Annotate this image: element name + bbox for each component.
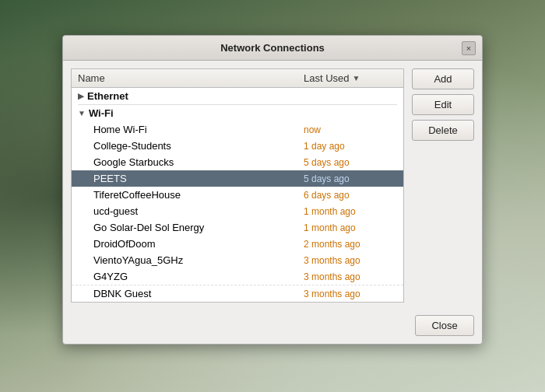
dialog-footer: Close xyxy=(63,310,482,344)
ethernet-label: Ethernet xyxy=(87,90,128,102)
edit-button[interactable]: Edit xyxy=(412,94,474,115)
title-bar: Network Connections × xyxy=(63,36,482,61)
dialog-title: Network Connections xyxy=(220,42,325,54)
wifi-item-college-students[interactable]: College-Students 1 day ago xyxy=(72,138,403,154)
wifi-label: Wi-Fi xyxy=(89,107,114,119)
connections-table: Name Last Used ▼ ▶ Ethernet xyxy=(71,68,404,303)
table-header: Name Last Used ▼ xyxy=(72,69,403,88)
column-last-used-header: Last Used ▼ xyxy=(304,72,397,84)
wifi-item-home-wifi[interactable]: Home Wi-Fi now xyxy=(72,121,403,138)
action-buttons: Add Edit Delete xyxy=(412,68,474,303)
delete-button[interactable]: Delete xyxy=(412,120,474,141)
wifi-item-tiferet[interactable]: TiferetCoffeeHouse 6 days ago xyxy=(72,187,403,203)
sort-icon[interactable]: ▼ xyxy=(353,74,360,82)
close-button[interactable]: Close xyxy=(415,315,474,336)
wifi-section[interactable]: ▼ Wi-Fi xyxy=(72,105,403,121)
wifi-item-google-starbucks[interactable]: Google Starbucks 5 days ago xyxy=(72,154,403,170)
table-body: ▶ Ethernet ▼ Wi-Fi Home Wi-Fi now xyxy=(72,88,403,302)
ethernet-arrow-icon: ▶ xyxy=(78,92,84,100)
wifi-item-g4yzg[interactable]: G4YZG 3 months ago xyxy=(72,268,403,285)
window-close-button[interactable]: × xyxy=(462,41,476,55)
network-connections-dialog: Network Connections × Name Last Used ▼ ▶… xyxy=(62,35,483,345)
wifi-item-peets[interactable]: PEETS 5 days ago xyxy=(72,170,403,187)
wifi-item-go-solar[interactable]: Go Solar-Del Sol Energy 1 month ago xyxy=(72,219,403,236)
wifi-item-ucd-guest[interactable]: ucd-guest 1 month ago xyxy=(72,203,403,219)
dialog-body: Name Last Used ▼ ▶ Ethernet xyxy=(63,61,482,310)
ethernet-section[interactable]: ▶ Ethernet xyxy=(72,88,403,104)
wifi-arrow-icon: ▼ xyxy=(78,109,86,117)
wifi-item-viento[interactable]: VientoYAgua_5GHz 3 months ago xyxy=(72,252,403,268)
add-button[interactable]: Add xyxy=(412,68,474,89)
wifi-item-dbnk-guest[interactable]: DBNK Guest 3 months ago xyxy=(72,285,403,302)
wifi-item-droid-of-doom[interactable]: DroidOfDoom 2 months ago xyxy=(72,236,403,252)
column-name-header: Name xyxy=(78,72,304,84)
